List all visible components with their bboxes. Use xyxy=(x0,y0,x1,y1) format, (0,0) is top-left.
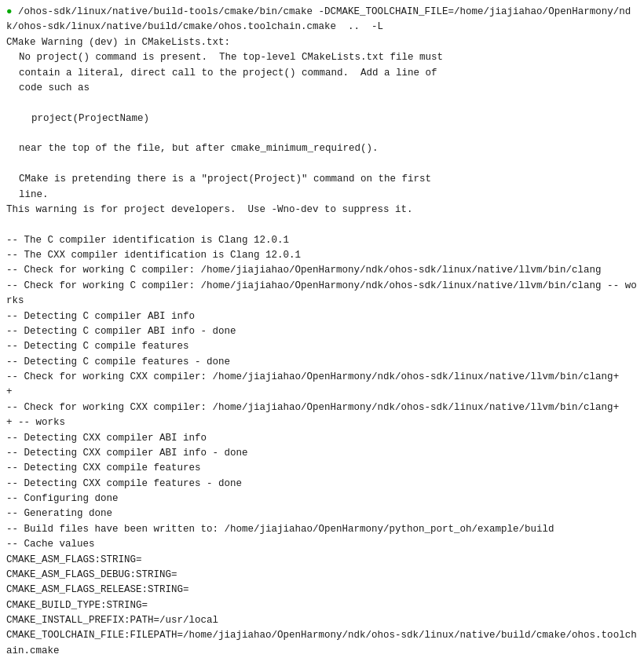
terminal-line-25: + -- works xyxy=(6,415,638,430)
terminal-line-36: CMAKE_ASM_FLAGS_RELEASE:STRING= xyxy=(6,583,638,598)
terminal-line-18: -- Detecting C compiler ABI info xyxy=(6,309,638,324)
terminal-line-29: -- Detecting CXX compile features - done xyxy=(6,477,638,492)
terminal-line-14: -- The C compiler identification is Clan… xyxy=(6,233,638,248)
terminal-line-12: This warning is for project developers. … xyxy=(6,203,638,218)
terminal-line-11: line. xyxy=(6,188,638,203)
terminal-line-22: -- Check for working CXX compiler: /home… xyxy=(6,370,638,385)
terminal-line-28: -- Detecting CXX compile features xyxy=(6,461,638,476)
terminal-line-3: contain a literal, direct call to the pr… xyxy=(6,66,638,81)
terminal-line-39: CMAKE_TOOLCHAIN_FILE:FILEPATH=/home/jiaj… xyxy=(6,628,638,658)
terminal-line-15: -- The CXX compiler identification is Cl… xyxy=(6,248,638,263)
terminal-line-20: -- Detecting C compile features xyxy=(6,339,638,354)
terminal-line-35: CMAKE_ASM_FLAGS_DEBUG:STRING= xyxy=(6,568,638,583)
terminal-line-37: CMAKE_BUILD_TYPE:STRING= xyxy=(6,598,638,613)
terminal-line-38: CMAKE_INSTALL_PREFIX:PATH=/usr/local xyxy=(6,613,638,628)
terminal-output: ● /ohos-sdk/linux/native/build-tools/cma… xyxy=(0,0,644,658)
terminal-line-27: -- Detecting CXX compiler ABI info - don… xyxy=(6,446,638,461)
terminal-line-8: near the top of the file, but after cmak… xyxy=(6,141,638,156)
terminal-line-4: code such as xyxy=(6,81,638,96)
terminal-line-30: -- Configuring done xyxy=(6,492,638,506)
terminal-line-9 xyxy=(6,157,638,172)
terminal-line-23: + xyxy=(6,385,638,400)
terminal-line-17: -- Check for working C compiler: /home/j… xyxy=(6,279,638,309)
terminal-line-34: CMAKE_ASM_FLAGS:STRING= xyxy=(6,553,638,568)
terminal-line-13 xyxy=(6,218,638,232)
terminal-line-2: No project() command is present. The top… xyxy=(6,50,638,65)
terminal-line-19: -- Detecting C compiler ABI info - done xyxy=(6,324,638,339)
terminal-line-32: -- Build files have been written to: /ho… xyxy=(6,522,638,537)
terminal-line-5 xyxy=(6,96,638,111)
terminal-line-1: CMake Warning (dev) in CMakeLists.txt: xyxy=(6,35,638,50)
terminal-line-31: -- Generating done xyxy=(6,506,638,521)
terminal-line-16: -- Check for working C compiler: /home/j… xyxy=(6,263,638,278)
terminal-line-24: -- Check for working CXX compiler: /home… xyxy=(6,400,638,415)
terminal-line-33: -- Cache values xyxy=(6,537,638,552)
terminal-line-21: -- Detecting C compile features - done xyxy=(6,355,638,370)
terminal-line-7 xyxy=(6,126,638,141)
terminal-line-0: ● /ohos-sdk/linux/native/build-tools/cma… xyxy=(6,5,638,35)
terminal-line-6: project(ProjectName) xyxy=(6,111,638,126)
terminal-line-10: CMake is pretending there is a "project(… xyxy=(6,172,638,187)
terminal-line-26: -- Detecting CXX compiler ABI info xyxy=(6,431,638,446)
